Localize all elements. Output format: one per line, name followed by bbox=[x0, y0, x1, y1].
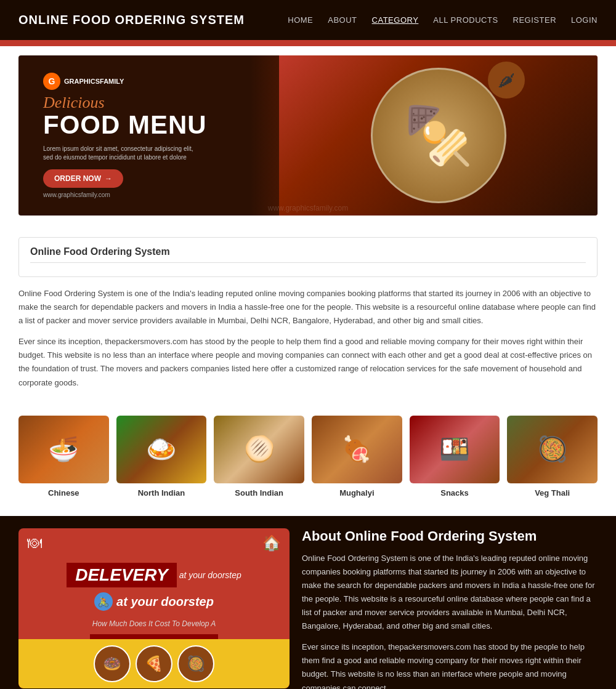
info-section: Online Food Ordering System Online Food … bbox=[0, 225, 616, 409]
info-paragraph-2: Ever since its inception, thepackersmove… bbox=[18, 335, 598, 389]
category-snacks[interactable]: 🍱 Snacks bbox=[410, 416, 500, 498]
delivery-image-box: 🍽 🏠 DELEVERY at your doorstep 🚴 at your … bbox=[18, 528, 290, 688]
banner-logo: G GRAPHICSFAMILY bbox=[43, 73, 207, 90]
banner-food-image: 🍢 🌶 bbox=[279, 55, 598, 216]
category-snacks-label: Snacks bbox=[410, 488, 500, 498]
category-mughalyi-label: Mughalyi bbox=[312, 488, 402, 498]
food-item-1: 🍩 bbox=[94, 645, 131, 682]
orange-divider bbox=[0, 40, 616, 46]
category-northindian-label: North Indian bbox=[116, 488, 207, 498]
about-title: About Online Food Ordering System bbox=[302, 528, 598, 544]
delivery-icon-left: 🍽 bbox=[27, 534, 42, 552]
banner-watermark: www.graphicsfamily.com bbox=[268, 204, 348, 212]
about-paragraph-2: Ever since its inception, thepackersmove… bbox=[302, 640, 598, 689]
delivery-label: DELEVERY bbox=[67, 563, 176, 587]
category-northindian-image: 🍛 bbox=[116, 416, 207, 483]
categories-grid: 🍜 Chinese 🍛 North Indian 🫓 South Indian … bbox=[18, 416, 598, 498]
order-now-button[interactable]: ORDER NOW → bbox=[43, 169, 123, 188]
category-southindian-image: 🫓 bbox=[214, 416, 304, 483]
info-box-title: Online Food Ordering System bbox=[30, 246, 586, 257]
nav-login[interactable]: LOGIN bbox=[571, 15, 598, 25]
banner-description: Lorem ipsum dolor sit amet, consectetur … bbox=[43, 145, 203, 162]
delivery-icons: 🍽 🏠 bbox=[18, 534, 290, 552]
category-southindian[interactable]: 🫓 South Indian bbox=[214, 416, 304, 498]
nav-allproducts[interactable]: ALL PRODUCTS bbox=[433, 15, 498, 25]
category-vegthali[interactable]: 🥘 Veg Thali bbox=[507, 416, 598, 498]
categories-section: 🍜 Chinese 🍛 North Indian 🫓 South Indian … bbox=[0, 409, 616, 516]
nav-register[interactable]: REGISTER bbox=[513, 15, 556, 25]
logo-icon: G bbox=[43, 73, 60, 90]
category-northindian[interactable]: 🍛 North Indian bbox=[116, 416, 207, 498]
about-paragraph-1: Online Food Ordering System is one of th… bbox=[302, 552, 598, 634]
site-header: ONLINE FOOD ORDERING SYSTEM HOME ABOUT C… bbox=[0, 0, 616, 40]
food-item-3: 🥘 bbox=[177, 645, 214, 682]
delivery-icon-right: 🏠 bbox=[262, 534, 281, 552]
category-chinese-label: Chinese bbox=[18, 488, 109, 498]
food-item-2: 🍕 bbox=[136, 645, 172, 682]
hero-banner: G GRAPHICSFAMILY Delicious FOOD MENU Lor… bbox=[18, 55, 598, 216]
arrow-icon: → bbox=[105, 174, 112, 183]
banner-title: FOOD MENU bbox=[43, 111, 207, 139]
nav-category[interactable]: CATEGORY bbox=[372, 15, 419, 25]
banner-subtitle: Delicious bbox=[43, 95, 207, 111]
delivery-at-doorstep: at your doorstep bbox=[179, 570, 241, 580]
category-southindian-label: South Indian bbox=[214, 488, 304, 498]
category-snacks-image: 🍱 bbox=[410, 416, 500, 483]
category-vegthali-image: 🥘 bbox=[507, 416, 598, 483]
nav-about[interactable]: ABOUT bbox=[328, 15, 357, 25]
delivery-food-row: 🍩 🍕 🥘 bbox=[18, 639, 290, 688]
delivery-question: How Much Does It Cost To Develop A bbox=[67, 616, 241, 632]
logo-text: GRAPHICSFAMILY bbox=[64, 78, 124, 85]
info-box: Online Food Ordering System bbox=[18, 237, 598, 277]
info-paragraph-1: Online Food Ordering System is one of th… bbox=[18, 287, 598, 328]
banner-url: www.graphicsfamily.com bbox=[43, 191, 207, 198]
category-mughalyi[interactable]: 🍖 Mughalyi bbox=[312, 416, 402, 498]
category-mughalyi-image: 🍖 bbox=[312, 416, 402, 483]
category-vegthali-label: Veg Thali bbox=[507, 488, 598, 498]
banner-content: G GRAPHICSFAMILY Delicious FOOD MENU Lor… bbox=[18, 60, 232, 210]
nav-home[interactable]: HOME bbox=[288, 15, 313, 25]
category-chinese[interactable]: 🍜 Chinese bbox=[18, 416, 109, 498]
category-chinese-image: 🍜 bbox=[18, 416, 109, 483]
site-title: ONLINE FOOD ORDERING SYSTEM bbox=[18, 13, 245, 27]
about-text-box: About Online Food Ordering System Online… bbox=[302, 528, 598, 689]
main-nav: HOME ABOUT CATEGORY ALL PRODUCTS REGISTE… bbox=[288, 15, 598, 25]
dark-about-section: 🍽 🏠 DELEVERY at your doorstep 🚴 at your … bbox=[0, 516, 616, 689]
